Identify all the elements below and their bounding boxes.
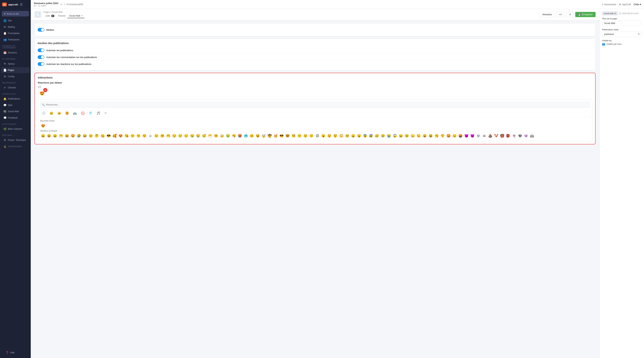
emoji-btn[interactable]: ☺ (148, 133, 153, 139)
emoji-btn[interactable]: 🤒 (213, 133, 219, 139)
emoji-btn[interactable]: 🤡 (494, 133, 499, 139)
emoji-btn[interactable]: 👿 (470, 133, 475, 139)
emoji-btn[interactable]: 😌 (178, 133, 183, 139)
sidebar-item-formulaires[interactable]: 📋 Formulaires (1, 30, 30, 36)
sidebar-item-administration[interactable]: 🔒 Administration (1, 144, 30, 149)
emoji-btn[interactable]: 👻 (511, 133, 517, 139)
emoji-btn[interactable]: 😡 (446, 133, 451, 139)
remove-reaction-button[interactable]: × (43, 88, 47, 92)
emoji-btn[interactable]: 🙁 (308, 133, 314, 139)
emoji-btn[interactable]: 😨 (362, 133, 368, 139)
emoji-btn[interactable]: 😞 (410, 133, 416, 139)
emoji-btn[interactable]: 😈 (464, 133, 469, 139)
title-input[interactable] (602, 21, 642, 26)
emoji-btn[interactable]: 🤣 (76, 133, 82, 139)
emoji-btn[interactable]: 😣 (404, 133, 410, 139)
emoji-btn[interactable]: 😙 (136, 133, 141, 139)
emoji-btn[interactable]: 😳 (338, 133, 344, 139)
emoji-btn[interactable]: 😊 (88, 133, 94, 139)
medias-toggle[interactable] (38, 28, 44, 32)
emoji-btn[interactable]: 😯 (326, 133, 332, 139)
emoji-btn[interactable]: 😦 (350, 133, 356, 139)
cat-btn-clothing[interactable]: 👕 (87, 111, 94, 116)
emoji-btn[interactable]: 🤠 (267, 133, 272, 139)
emoji-btn[interactable]: 🤬 (458, 133, 463, 139)
sidebar-item-pages[interactable]: 📄 Pages (1, 67, 30, 73)
sidebar-item-bilan-carbone[interactable]: 🌿 Bilan Carbone (1, 126, 30, 132)
sidebar-item-sessions[interactable]: 📅 Sessions (1, 50, 30, 56)
emoji-btn[interactable]: 🙂 (154, 133, 159, 139)
emoji-btn[interactable]: 😷 (207, 133, 213, 139)
emoji-btn[interactable]: 🥰 (112, 133, 118, 139)
emoji-btn[interactable]: 😎 (279, 133, 284, 139)
emoji-btn[interactable]: 😰 (368, 133, 374, 139)
emoji-btn[interactable]: 🧐 (291, 133, 296, 139)
cat-btn-food[interactable]: 🍔 (64, 111, 70, 116)
emoji-btn[interactable]: 😱 (392, 133, 398, 139)
emoji-btn[interactable]: 😭 (386, 133, 392, 139)
emoji-btn[interactable]: 😎 (106, 133, 112, 139)
emoji-btn[interactable]: 👹 (500, 133, 505, 139)
emoji-btn[interactable]: 🥶 (243, 133, 248, 139)
emoji-btn[interactable]: 🤤 (195, 133, 201, 139)
emoji-btn[interactable]: 😖 (398, 133, 404, 139)
emoji-btn[interactable]: 😓 (416, 133, 422, 139)
emoji-btn[interactable]: 😄 (52, 133, 58, 139)
save-button[interactable]: 💾 Enregistrer (575, 12, 596, 17)
emoji-btn[interactable]: 😂 (82, 133, 88, 139)
toggle-commentaires[interactable] (38, 55, 44, 59)
sidebar-item-config[interactable]: ⚙ Config (1, 73, 30, 79)
sidebar-item-apercu[interactable]: 👁 Aperçu (1, 61, 30, 67)
emoji-btn[interactable]: 😗 (130, 133, 135, 139)
emoji-btn[interactable]: 😍 (118, 133, 123, 139)
emoji-btn[interactable]: 🤓 (285, 133, 290, 139)
history-button[interactable]: ↺ (566, 12, 574, 17)
emoji-btn[interactable]: 😮 (320, 133, 326, 139)
emoji-btn[interactable]: 🤭 (166, 133, 171, 139)
cat-btn-smileys[interactable]: 😀 (48, 111, 55, 116)
emoji-btn[interactable]: 😢 (380, 133, 386, 139)
emoji-btn[interactable]: 😔 (183, 133, 189, 139)
sidebar-item-mailing[interactable]: ✉ Mailing (1, 24, 30, 30)
emoji-btn[interactable]: 😴 (201, 133, 207, 139)
emoji-btn[interactable]: 😵 (255, 133, 260, 139)
emoji-btn[interactable]: 😪 (189, 133, 195, 139)
cat-btn-recent[interactable]: 🕐 (40, 111, 47, 116)
emoji-search-input[interactable] (40, 102, 590, 108)
emoji-btn[interactable]: ☠ (482, 133, 487, 139)
emoji-btn[interactable]: 😃 (46, 133, 52, 139)
emoji-btn[interactable]: 👽 (517, 133, 523, 139)
sidebar-item-checkin[interactable]: ✔ Checkin (1, 85, 30, 91)
emoji-btn[interactable]: 💀 (476, 133, 481, 139)
code-button[interactable]: </> (556, 12, 565, 17)
emoji-btn[interactable]: 😠 (452, 133, 457, 139)
emoji-btn[interactable]: 🥴 (249, 133, 254, 139)
emoji-btn[interactable]: 🥱 (434, 133, 440, 139)
metadata-button[interactable]: Metadata (540, 12, 554, 17)
emoji-btn[interactable]: 😟 (302, 133, 308, 139)
emoji-btn[interactable]: 😆 (64, 133, 70, 139)
emoji-recent-1[interactable]: 😍 (40, 123, 46, 129)
emoji-btn[interactable]: 😥 (374, 133, 380, 139)
cat-btn-flags[interactable]: 🏳 (103, 111, 109, 116)
cat-btn-animals[interactable]: 🐱 (56, 111, 62, 116)
user-menu[interactable]: Célia ▾ (634, 3, 641, 6)
access-site-button[interactable]: ⊕ Accès au site (2, 11, 29, 16)
emoji-btn[interactable]: 👾 (523, 133, 529, 139)
emoji-btn[interactable]: 🥳 (273, 133, 278, 139)
emoji-btn[interactable]: 😫 (428, 133, 434, 139)
emoji-btn[interactable]: 🥵 (237, 133, 242, 139)
nouveautes-area[interactable]: Nouveautés (602, 3, 616, 6)
emoji-btn[interactable]: 😩 (422, 133, 428, 139)
sidebar-item-participants[interactable]: 👥 Participants (1, 37, 30, 43)
sidebar-item-feedback[interactable]: 💭 Feedback (1, 115, 30, 121)
emoji-btn[interactable]: 😤 (440, 133, 445, 139)
emoji-btn[interactable]: 😚 (142, 133, 147, 139)
toggle-reactions[interactable] (38, 62, 44, 66)
publication-state-select[interactable]: published draft unpublished (602, 32, 642, 37)
emoji-btn[interactable]: 💩 (488, 133, 493, 139)
sidebar-item-notifications[interactable]: 🔔 Notifications (1, 96, 30, 102)
emoji-btn[interactable]: ☹ (314, 133, 320, 139)
emoji-btn[interactable]: 😘 (124, 133, 129, 139)
emoji-btn[interactable]: 😕 (297, 133, 302, 139)
